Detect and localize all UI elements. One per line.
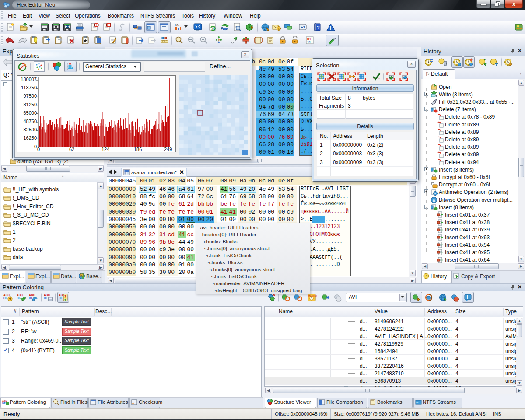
svg-text:&: & (433, 198, 436, 203)
svg-text:?: ? (317, 25, 320, 30)
svg-text:DE: DE (44, 297, 48, 300)
svg-text:i: i (330, 26, 331, 31)
svg-text:DE: DE (4, 297, 8, 300)
svg-text:F1: F1 (301, 25, 305, 29)
svg-text:ABC: ABC (17, 294, 23, 297)
svg-text:ABC: ABC (44, 294, 50, 297)
svg-text:m: m (212, 27, 215, 30)
svg-text:H: H (80, 274, 82, 276)
svg-text:10: 10 (175, 24, 178, 27)
svg-text:@: @ (278, 27, 281, 30)
svg-text:ABC: ABC (4, 294, 10, 297)
svg-text:11: 11 (307, 40, 311, 44)
svg-text:DE: DE (59, 297, 63, 300)
svg-text:X: X (132, 401, 134, 404)
svg-text:DE: DE (2, 402, 6, 405)
svg-text:NT: NT (416, 401, 420, 404)
svg-text:e: e (178, 24, 180, 27)
svg-text:HEXTIME: HEXTIME (308, 294, 317, 297)
svg-text:ABC: ABC (29, 294, 35, 297)
svg-text:DE: DE (17, 297, 21, 300)
svg-text:i: i (467, 295, 468, 300)
